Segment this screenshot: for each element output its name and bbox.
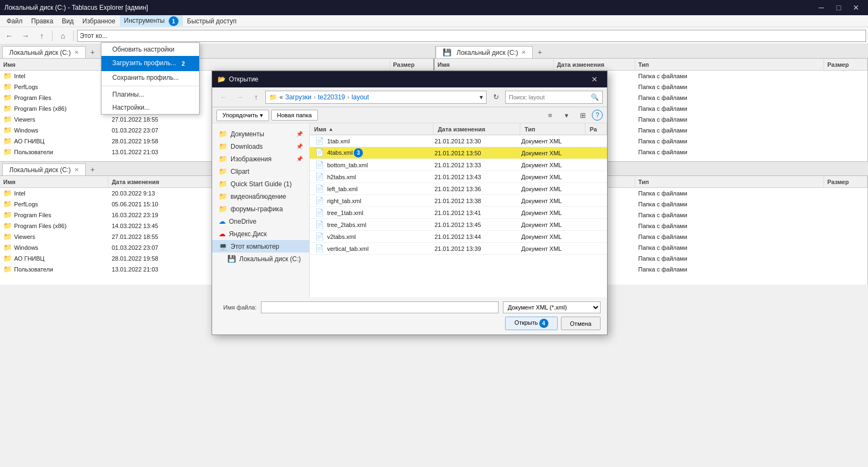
right-col-headers: Имя Дата изменения Тип Размер [435, 59, 868, 71]
dialog-col-header-date[interactable]: Дата изменения [433, 123, 520, 135]
menu-file[interactable]: Файл [2, 16, 27, 26]
menu-favorites[interactable]: Избранное [78, 16, 120, 26]
dialog-footer: Имя файла: Документ XML (*.xml) Открыть4… [212, 297, 607, 335]
tab-add-bottom-left[interactable]: + [87, 163, 99, 175]
col-header-name-bl[interactable]: Имя [0, 176, 108, 187]
footer-buttons: Открыть4 Отмена [505, 317, 601, 330]
dialog-file-area: Имя ▲ Дата изменения Тип Ра 📄1tab.xml 21… [310, 123, 607, 297]
list-item[interactable]: 📄4tabs.xml3 21.01.2012 13:50 Документ XM… [310, 147, 607, 159]
view-tiles-button[interactable]: ⊞ [576, 108, 590, 122]
list-item[interactable]: 📄tree_1tab.xml 21.01.2012 13:41 Документ… [310, 207, 607, 219]
tab-left-c[interactable]: Локальный диск (C:) ✕ [2, 46, 86, 58]
list-item[interactable]: 📄bottom_tab.xml 21.01.2012 13:33 Докумен… [310, 159, 607, 171]
filetype-select[interactable]: Документ XML (*.xml) [503, 301, 601, 313]
sidebar-item-onedrive[interactable]: ☁ OneDrive [212, 215, 309, 228]
col-header-name[interactable]: Имя [0, 59, 108, 70]
list-item[interactable]: 📄h2tabs.xml 21.01.2012 13:43 Документ XM… [310, 171, 607, 183]
list-item[interactable]: 📄vertical_tab.xml 21.01.2012 13:39 Докум… [310, 243, 607, 255]
list-item[interactable]: 📄1tab.xml 21.01.2012 13:30 Документ XML [310, 135, 607, 147]
forward-button[interactable]: → [18, 29, 33, 43]
dialog-close-button[interactable]: ✕ [588, 72, 602, 86]
tab-right-c[interactable]: 💾 Локальный диск (C:) ✕ [436, 46, 533, 58]
col-header-type-br[interactable]: Тип [635, 176, 825, 187]
sidebar-item-clipart[interactable]: 📁 Clipart [212, 165, 309, 178]
tab-bottom-left-c[interactable]: Локальный диск (C:) ✕ [2, 163, 86, 175]
breadcrumb-arrow[interactable]: ▾ [480, 93, 483, 101]
menu-tools[interactable]: Инструменты 1 [120, 15, 183, 27]
close-button[interactable]: ✕ [848, 0, 864, 15]
sidebar-item-thispc[interactable]: 💻 Этот компьютер [212, 240, 309, 253]
dialog-help-button[interactable]: ? [592, 110, 603, 121]
minimize-button[interactable]: ─ [814, 0, 829, 15]
tab-right-close[interactable]: ✕ [521, 49, 526, 55]
tab-close-btn[interactable]: ✕ [74, 167, 79, 173]
dialog-refresh-button[interactable]: ↻ [489, 90, 503, 104]
list-item[interactable]: 📄v2tabs.xml 21.01.2012 13:44 Документ XM… [310, 231, 607, 243]
dialog-back-button[interactable]: ← [216, 90, 231, 104]
sidebar-item-downloads[interactable]: 📁 Downloads 📌 [212, 140, 309, 153]
title-bar: Локальный диск (C:) - Tablacus Explorer … [0, 0, 868, 15]
sidebar-item-yandex[interactable]: ☁ Яндекс.Диск [212, 228, 309, 240]
dialog-breadcrumb[interactable]: 📁 « Загрузки › te220319 › layout ▾ [265, 91, 487, 104]
col-header-size[interactable]: Размер [390, 59, 433, 70]
xml-file-icon: 📄 [315, 209, 324, 217]
sort-button[interactable]: Упорядочить ▾ [216, 110, 269, 121]
view-list-button[interactable]: ≡ [543, 108, 557, 122]
col-header-size-br[interactable]: Размер [824, 176, 867, 187]
dialog-col-header-name[interactable]: Имя ▲ [310, 123, 433, 135]
col-header-size-r[interactable]: Размер [824, 59, 867, 70]
sidebar-item-localdisk[interactable]: 💾 Локальный диск (С:) [212, 253, 309, 265]
sidebar-item-label: видеонаблюдение [231, 193, 286, 200]
open-button[interactable]: Открыть4 [505, 317, 557, 330]
filename-input[interactable] [261, 301, 499, 313]
dialog-col-header-size[interactable]: Ра [585, 123, 607, 135]
sidebar-item-forums[interactable]: 📁 форумы-графика [212, 203, 309, 215]
dialog-forward-button[interactable]: → [233, 90, 247, 104]
dialog-col-header-type[interactable]: Тип [520, 123, 585, 135]
up-button[interactable]: ↑ [35, 29, 49, 43]
folder-icon: 📁 [3, 265, 12, 273]
folder-icon: 📁 [219, 192, 227, 200]
menu-quickaccess[interactable]: Быстрый доступ [183, 16, 241, 26]
col-header-type-r[interactable]: Тип [635, 59, 825, 70]
sidebar-item-documents[interactable]: 📁 Документы 📌 [212, 128, 309, 140]
menu-update-settings[interactable]: Обновить настройки [101, 43, 199, 56]
menu-plugins[interactable]: Плагины... [101, 88, 199, 101]
folder-icon: 📁 [219, 130, 227, 138]
folder-icon: 📁 [3, 222, 12, 230]
address-text: Этот ко... [80, 32, 107, 40]
home-button[interactable]: ⌂ [56, 29, 70, 43]
sidebar-item-quickstart[interactable]: 📁 Quick Start Guide (1) [212, 178, 309, 190]
cloud-icon: ☁ [219, 217, 226, 225]
menu-settings[interactable]: Настройки... [101, 101, 199, 114]
dialog-search-input[interactable] [509, 94, 589, 100]
menu-save-profile[interactable]: Сохранить профиль... [101, 71, 199, 84]
list-item[interactable]: 📄left_tab.xml 21.01.2012 13:36 Документ … [310, 183, 607, 195]
menu-load-profile[interactable]: Загрузить профиль...2 [101, 56, 199, 71]
breadcrumb-downloads[interactable]: Загрузки [285, 93, 311, 101]
menu-edit[interactable]: Правка [27, 16, 58, 26]
folder-icon: 📁 [3, 254, 12, 262]
new-folder-button[interactable]: Новая папка [271, 110, 318, 121]
list-item[interactable]: 📄tree_2tabs.xml 21.01.2012 13:45 Докумен… [310, 219, 607, 231]
col-header-date-r[interactable]: Дата изменения [554, 59, 635, 70]
dialog-body: 📁 Документы 📌 📁 Downloads 📌 📁 Изображени… [212, 123, 607, 297]
dialog-search-box[interactable]: 🔍 [505, 91, 603, 104]
col-header-name-r[interactable]: Имя [435, 59, 554, 70]
breadcrumb-te[interactable]: te220319 [318, 93, 345, 101]
cancel-button[interactable]: Отмена [561, 317, 601, 330]
breadcrumb-layout[interactable]: layout [352, 93, 369, 101]
toolbar-separator [52, 30, 53, 41]
list-item[interactable]: 📄right_tab.xml 21.01.2012 13:38 Документ… [310, 195, 607, 207]
dialog-up-button[interactable]: ↑ [249, 90, 263, 104]
tab-add-left[interactable]: + [87, 46, 99, 58]
maximize-button[interactable]: □ [831, 0, 846, 15]
tab-close-btn[interactable]: ✕ [74, 49, 79, 55]
sidebar-item-images[interactable]: 📁 Изображения 📌 [212, 153, 309, 165]
view-toggle-button[interactable]: ▾ [559, 108, 573, 122]
tab-add-right[interactable]: + [534, 46, 546, 58]
menu-view[interactable]: Вид [58, 16, 78, 26]
address-bar[interactable]: Этот ко... [77, 30, 866, 42]
sidebar-item-video[interactable]: 📁 видеонаблюдение [212, 190, 309, 203]
back-button[interactable]: ← [2, 29, 16, 43]
